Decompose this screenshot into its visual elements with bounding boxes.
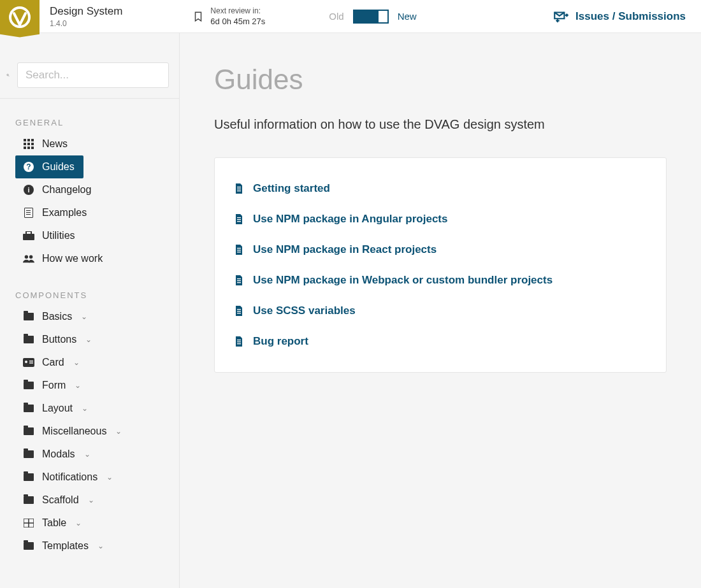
nav-modals[interactable]: Modals ⌄ (0, 443, 179, 466)
folder-icon (23, 336, 34, 343)
grid-icon (23, 139, 34, 149)
chevron-down-icon: ⌄ (85, 335, 92, 344)
svg-rect-27 (237, 187, 241, 187)
svg-rect-5 (31, 139, 34, 141)
nav-label: Utilities (42, 230, 75, 241)
search-bar (0, 33, 179, 98)
nav-label: Basics (42, 311, 72, 322)
search-input[interactable] (17, 62, 169, 88)
guide-link-label: Use NPM package in Webpack or custom bun… (253, 274, 553, 287)
nav-how-we-work[interactable]: How we work (0, 247, 179, 270)
guide-link-label: Use NPM package in React projects (253, 243, 437, 256)
nav-label: Miscellaneous (42, 426, 106, 437)
sidebar-nav: GENERAL News ? Guides i Changelog (0, 98, 179, 570)
nav-layout[interactable]: Layout ⌄ (0, 397, 179, 420)
users-icon (23, 254, 34, 263)
svg-rect-35 (237, 252, 241, 252)
folder-icon (23, 542, 34, 550)
brand-title: Design System (50, 5, 122, 18)
chevron-down-icon: ⌄ (73, 358, 80, 367)
svg-rect-29 (237, 190, 241, 191)
nav-table[interactable]: Table ⌄ (0, 512, 179, 534)
doc-icon (234, 336, 244, 347)
folder-icon (23, 450, 34, 458)
svg-rect-23 (29, 362, 33, 364)
switch-toggle[interactable] (353, 10, 389, 24)
nav-label: Notifications (42, 471, 98, 483)
bookmark-icon (192, 11, 204, 22)
nav-scaffold[interactable]: Scaffold ⌄ (0, 489, 179, 512)
svg-rect-42 (237, 340, 241, 340)
chevron-down-icon: ⌄ (82, 404, 88, 413)
folder-icon (23, 427, 34, 435)
nav-news[interactable]: News (0, 133, 179, 155)
doc-icon (234, 306, 244, 316)
svg-point-19 (29, 255, 33, 259)
guide-link-react[interactable]: Use NPM package in React projects (234, 234, 647, 265)
nav-label: How we work (42, 253, 103, 264)
nav-form[interactable]: Form ⌄ (0, 374, 179, 397)
nav-templates[interactable]: Templates ⌄ (0, 534, 179, 557)
svg-rect-31 (237, 219, 241, 220)
issues-link[interactable]: Issues / Submissions (553, 8, 686, 25)
guide-link-webpack[interactable]: Use NPM package in Webpack or custom bun… (234, 265, 647, 296)
section-components-title: COMPONENTS (0, 283, 179, 305)
svg-rect-22 (29, 361, 33, 362)
nav-label: Changelog (42, 184, 91, 196)
nav-card[interactable]: Card ⌄ (0, 351, 179, 374)
svg-rect-44 (237, 343, 241, 344)
chevron-down-icon: ⌄ (84, 450, 90, 459)
svg-rect-34 (237, 250, 241, 250)
review-label: Next review in: (210, 6, 265, 15)
nav-label: Scaffold (42, 494, 79, 506)
nav-utilities[interactable]: Utilities (0, 224, 179, 247)
svg-rect-32 (237, 221, 241, 222)
svg-rect-41 (237, 313, 241, 313)
guide-link-label: Bug report (253, 335, 308, 348)
nav-label: News (42, 138, 68, 150)
brand-logo[interactable] (0, 0, 40, 38)
envelope-exchange-icon (553, 8, 569, 25)
doc-icon (23, 208, 34, 218)
svg-line-2 (8, 76, 9, 76)
guide-link-bug-report[interactable]: Bug report (234, 326, 647, 357)
svg-rect-11 (31, 147, 34, 149)
info-icon: i (23, 185, 34, 195)
nav-changelog[interactable]: i Changelog (0, 178, 179, 201)
issues-label: Issues / Submissions (575, 10, 686, 23)
nav-buttons[interactable]: Buttons ⌄ (0, 328, 179, 351)
folder-icon (23, 382, 34, 389)
svg-point-1 (7, 74, 9, 76)
nav-basics[interactable]: Basics ⌄ (0, 305, 179, 328)
chevron-down-icon: ⌄ (75, 381, 81, 390)
nav-notifications[interactable]: Notifications ⌄ (0, 466, 179, 489)
brand-version: 1.4.0 (50, 19, 122, 28)
nav-examples[interactable]: Examples (0, 201, 179, 224)
svg-rect-8 (31, 143, 34, 145)
guide-link-getting-started[interactable]: Getting started (234, 173, 647, 204)
guide-link-scss[interactable]: Use SCSS variables (234, 296, 647, 326)
nav-guides[interactable]: ? Guides (15, 155, 83, 178)
svg-point-18 (25, 255, 28, 259)
folder-icon (23, 473, 34, 481)
chevron-down-icon: ⌄ (88, 496, 94, 505)
main-content: Guides Useful information on how to use … (180, 33, 701, 588)
review-countdown: Next review in: 6d 0h 45m 27s (192, 6, 265, 26)
brand-block: Design System 1.4.0 (50, 5, 122, 28)
switch-old-label: Old (329, 11, 343, 22)
table-icon (23, 519, 34, 527)
svg-rect-39 (237, 309, 241, 310)
page-subtitle: Useful information on how to use the DVA… (214, 117, 667, 132)
page-title: Guides (214, 64, 667, 96)
doc-icon (234, 275, 244, 285)
nav-miscellaneous[interactable]: Miscellaneous ⌄ (0, 420, 179, 443)
guide-link-angular[interactable]: Use NPM package in Angular projects (234, 204, 647, 234)
section-general-title: GENERAL (0, 110, 179, 133)
svg-rect-9 (24, 147, 26, 149)
search-icon (6, 69, 10, 81)
svg-point-21 (25, 361, 27, 363)
sidebar: GENERAL News ? Guides i Changelog (0, 33, 180, 588)
doc-icon (234, 183, 244, 194)
switch-new-label: New (398, 11, 417, 22)
toolbox-icon (23, 231, 34, 240)
